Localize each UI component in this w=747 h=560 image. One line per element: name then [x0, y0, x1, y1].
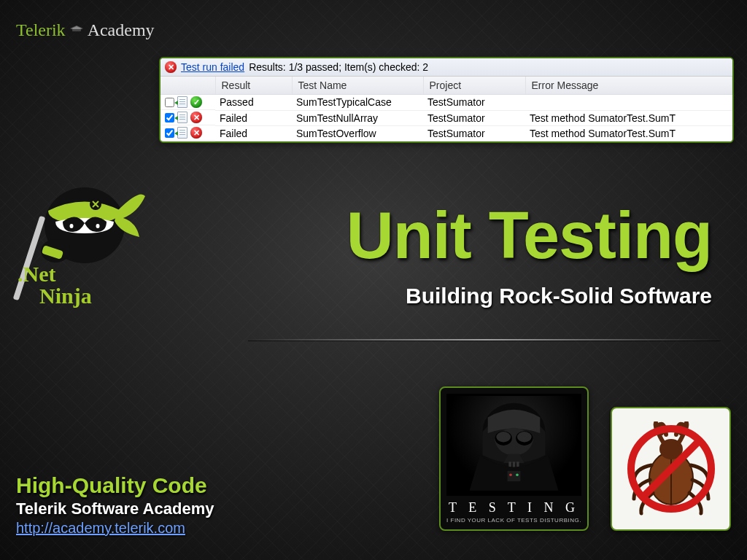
svg-point-6: [96, 224, 100, 228]
image-tiles: T E S T I N G I FIND YOUR LACK OF TESTS …: [439, 386, 731, 531]
doc-icon: [177, 112, 187, 123]
brand-word-academy: Academy: [88, 20, 155, 40]
svg-text:Ninja: Ninja: [39, 284, 92, 308]
footer-org: Telerik Software Academy: [16, 499, 214, 518]
slide-title: Unit Testing: [248, 198, 712, 273]
cell-project: TestSumator: [423, 125, 525, 141]
slide-subtitle: Building Rock-Solid Software: [248, 284, 712, 308]
cell-project: TestSumator: [423, 95, 525, 111]
svg-point-5: [70, 224, 74, 228]
table-row: ✕ Failed SumTestNullArray TestSumator Te…: [160, 110, 732, 125]
poster-caption: T E S T I N G: [446, 500, 581, 516]
test-status-summary: Results: 1/3 passed; Item(s) checked: 2: [249, 61, 428, 73]
table-row: ✕ Failed SumTestOverflow TestSumator Tes…: [160, 125, 732, 141]
vader-image: [446, 394, 581, 496]
error-icon: ✕: [165, 61, 177, 73]
footer-heading: High-Quality Code: [16, 473, 214, 498]
poster-subcaption: I FIND YOUR LACK OF TESTS DISTURBING.: [446, 517, 581, 524]
test-results-panel: ✕ Test run failed Results: 1/3 passed; I…: [159, 57, 734, 143]
svg-text:.Net: .Net: [18, 262, 55, 286]
brand-logo: Telerik Academy: [16, 20, 155, 40]
svg-point-21: [509, 473, 512, 476]
test-run-failed-link[interactable]: Test run failed: [181, 61, 244, 73]
no-bugs-icon: [624, 421, 719, 516]
col-error: Error Message: [525, 77, 732, 95]
table-row: ✓ Passed SumTestTypicalCase TestSumator: [160, 95, 732, 111]
cell-error: Test method SumatorTest.SumT: [525, 110, 732, 125]
cell-project: TestSumator: [423, 110, 525, 125]
col-testname: Test Name: [292, 77, 423, 95]
col-result: Result: [215, 77, 292, 95]
row-checkbox[interactable]: [165, 113, 174, 122]
cell-error: [525, 95, 732, 111]
footer-block: High-Quality Code Telerik Software Acade…: [16, 473, 214, 537]
cell-result: Failed: [215, 125, 292, 141]
cell-result: Failed: [215, 110, 292, 125]
svg-point-16: [517, 432, 532, 442]
cell-name: SumTestTypicalCase: [292, 95, 423, 111]
svg-rect-20: [508, 471, 521, 481]
ninja-mascot-icon: .Net Ninja: [4, 171, 150, 309]
cell-error: Test method SumatorTest.SumT: [525, 125, 732, 141]
doc-icon: [177, 96, 187, 108]
title-block: Unit Testing Building Rock-Solid Softwar…: [248, 198, 725, 341]
svg-point-15: [496, 432, 511, 442]
pass-icon: ✓: [190, 96, 202, 108]
row-checkbox[interactable]: [165, 128, 174, 138]
brand-word-telerik: Telerik: [16, 20, 66, 40]
doc-icon: [177, 127, 187, 139]
no-bugs-tile: [611, 407, 731, 531]
test-status-bar: ✕ Test run failed Results: 1/3 passed; I…: [160, 58, 732, 77]
graduation-cap-icon: [70, 26, 83, 39]
row-checkbox[interactable]: [165, 98, 174, 107]
test-results-table: Result Test Name Project Error Message ✓…: [160, 77, 732, 141]
fail-icon: ✕: [190, 127, 202, 139]
fail-icon: ✕: [190, 112, 202, 123]
cell-result: Passed: [215, 95, 292, 111]
svg-rect-2: [72, 29, 81, 31]
divider: [248, 339, 721, 341]
cell-name: SumTestNullArray: [292, 110, 423, 125]
footer-link[interactable]: http://academy.telerik.com: [16, 520, 185, 537]
svg-point-22: [516, 473, 519, 476]
vader-poster: T E S T I N G I FIND YOUR LACK OF TESTS …: [439, 386, 589, 531]
cell-name: SumTestOverflow: [292, 125, 423, 141]
col-project: Project: [423, 77, 525, 95]
